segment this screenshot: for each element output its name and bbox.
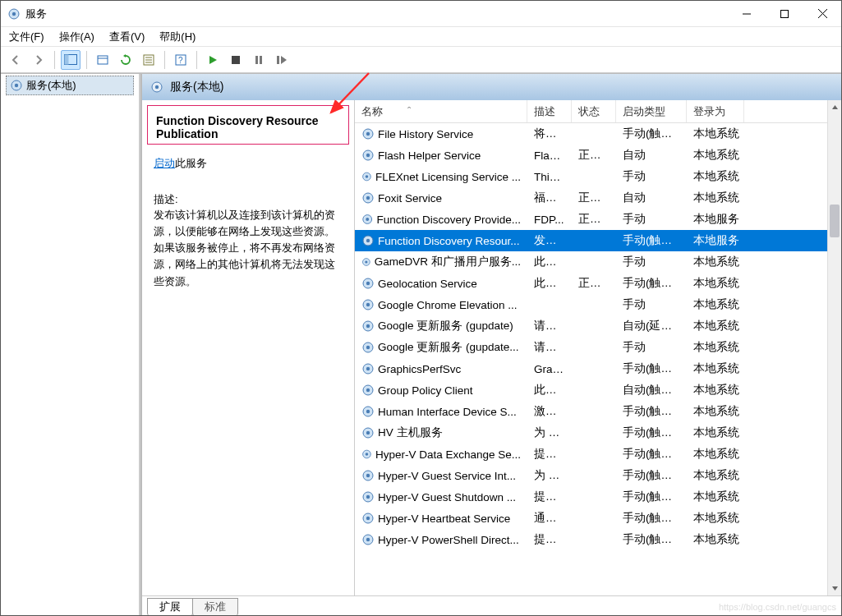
service-gear-icon (361, 234, 375, 247)
scroll-thumb[interactable] (830, 205, 840, 237)
service-row[interactable]: GraphicsPerfSvcGrap...手动(触发...本地系统 (355, 358, 827, 379)
svg-point-22 (15, 84, 18, 87)
svg-point-48 (366, 367, 370, 370)
service-name: Function Discovery Resour... (378, 235, 520, 247)
service-row[interactable]: Google 更新服务 (gupdate)请确...自动(延迟...本地系统 (355, 315, 827, 337)
service-row[interactable]: Function Discovery Provide...FDP...正在...… (355, 209, 827, 230)
col-desc[interactable]: 描述 (527, 100, 572, 122)
service-row[interactable]: HV 主机服务为 H...手动(触发...本地系统 (355, 422, 827, 444)
main-pane: 服务(本地) Function Discovery Resource Publi… (140, 74, 841, 615)
service-row[interactable]: Hyper-V PowerShell Direct...提供...手动(触发..… (355, 529, 827, 550)
service-startup: 手动(触发... (616, 447, 687, 462)
forward-button[interactable] (29, 50, 48, 70)
service-logon: 本地系统 (687, 276, 752, 291)
service-row[interactable]: Foxit Service福昕...正在...自动本地系统 (355, 187, 827, 209)
tab-standard[interactable]: 标准 (192, 598, 238, 616)
service-row[interactable]: Group Policy Client此服...自动(触发...本地系统 (355, 379, 827, 401)
menu-view[interactable]: 查看(V) (109, 30, 145, 44)
service-logon: 本地系统 (687, 255, 752, 269)
service-name: Hyper-V Guest Service Int... (378, 470, 516, 482)
titlebar: 服务 (1, 1, 841, 27)
service-name: Google 更新服务 (gupdate... (378, 340, 519, 355)
service-row[interactable]: Google 更新服务 (gupdate...请确...手动本地系统 (355, 337, 827, 358)
service-row[interactable]: Geolocation Service此服...正在...手动(触发...本地系… (355, 273, 827, 294)
service-name: Hyper-V Heartbeat Service (378, 513, 510, 525)
service-desc: 将用... (527, 126, 572, 141)
export-list-button[interactable] (93, 50, 113, 70)
svg-rect-19 (260, 56, 262, 64)
service-row[interactable]: GameDVR 和广播用户服务...此用...手动本地系统 (355, 251, 827, 273)
menubar: 文件(F) 操作(A) 查看(V) 帮助(H) (1, 27, 841, 47)
refresh-button[interactable] (116, 50, 136, 70)
service-name: HV 主机服务 (378, 425, 443, 440)
svg-point-60 (366, 495, 370, 499)
service-name: Hyper-V PowerShell Direct... (378, 534, 519, 546)
gear-icon (10, 79, 23, 92)
scroll-track[interactable] (828, 114, 841, 582)
svg-point-44 (366, 324, 370, 328)
col-name[interactable]: 名称ˆ (355, 100, 527, 122)
restart-service-button[interactable] (272, 50, 292, 70)
service-startup: 手动(触发... (616, 233, 687, 248)
svg-point-2 (12, 11, 16, 15)
service-row[interactable]: Flash Helper ServiceFlash...正在...自动本地系统 (355, 145, 827, 166)
properties-button[interactable] (139, 50, 159, 70)
stop-service-button[interactable] (226, 50, 246, 70)
service-name: GameDVR 和广播用户服务... (375, 255, 521, 269)
tree-item-services-local[interactable]: 服务(本地) (6, 76, 134, 95)
start-service-button[interactable] (203, 50, 223, 70)
service-startup: 手动(触发... (616, 490, 687, 504)
svg-point-56 (366, 453, 369, 456)
service-row[interactable]: Hyper-V Heartbeat Service通过...手动(触发...本地… (355, 508, 827, 529)
tab-extended[interactable]: 扩展 (147, 598, 193, 616)
col-status[interactable]: 状态 (572, 100, 616, 122)
service-startup: 自动 (616, 191, 687, 205)
service-logon: 本地系统 (687, 511, 752, 526)
start-service-link[interactable]: 启动 (154, 157, 175, 169)
menu-file[interactable]: 文件(F) (9, 30, 44, 44)
service-gear-icon (361, 149, 375, 162)
svg-point-42 (366, 303, 370, 306)
service-row[interactable]: FLEXnet Licensing Service ...This ...手动本… (355, 166, 827, 187)
menu-help[interactable]: 帮助(H) (159, 30, 196, 44)
service-row[interactable]: Hyper-V Data Exchange Se...提供...手动(触发...… (355, 444, 827, 465)
service-row[interactable]: Hyper-V Guest Shutdown ...提供...手动(触发...本… (355, 486, 827, 508)
scroll-down-icon[interactable] (828, 582, 841, 595)
svg-rect-9 (98, 56, 108, 64)
service-row[interactable]: Human Interface Device S...激活...手动(触发...… (355, 401, 827, 422)
col-startup[interactable]: 启动类型 (616, 100, 687, 122)
service-desc: FDP... (527, 214, 572, 226)
service-desc: 提供... (527, 532, 572, 547)
service-name: Foxit Service (378, 192, 442, 205)
service-name: Google Chrome Elevation ... (378, 299, 518, 311)
service-gear-icon (361, 405, 375, 418)
back-button[interactable] (6, 50, 25, 70)
maximize-button[interactable] (766, 1, 803, 26)
description-label: 描述: (154, 192, 343, 207)
svg-point-34 (366, 218, 369, 221)
pause-service-button[interactable] (249, 50, 269, 70)
close-button[interactable] (803, 1, 841, 26)
show-hide-tree-button[interactable] (61, 50, 81, 70)
svg-rect-20 (277, 56, 279, 64)
service-desc: 请确... (527, 340, 572, 355)
service-desc: 通过... (527, 511, 572, 526)
service-logon: 本地系统 (687, 340, 752, 355)
service-row[interactable]: Google Chrome Elevation ...手动本地系统 (355, 294, 827, 315)
service-row[interactable]: Function Discovery Resour...发布...手动(触发..… (355, 230, 827, 251)
menu-action[interactable]: 操作(A) (59, 30, 94, 44)
col-logon[interactable]: 登录为 (687, 100, 744, 122)
service-desc: 激活... (527, 404, 572, 419)
service-logon: 本地系统 (687, 490, 752, 504)
svg-point-40 (366, 282, 370, 285)
service-row[interactable]: File History Service将用...手动(触发...本地系统 (355, 123, 827, 145)
minimize-button[interactable] (728, 1, 766, 26)
service-row[interactable]: Hyper-V Guest Service Int...为 H...手动(触发.… (355, 465, 827, 486)
column-headers: 名称ˆ 描述 状态 启动类型 登录为 (355, 100, 827, 123)
service-gear-icon (361, 533, 375, 546)
scroll-up-icon[interactable] (828, 100, 841, 114)
service-gear-icon (361, 170, 372, 183)
vertical-scrollbar[interactable] (827, 100, 841, 595)
service-logon: 本地服务 (687, 212, 752, 227)
help-button[interactable]: ? (171, 50, 191, 70)
